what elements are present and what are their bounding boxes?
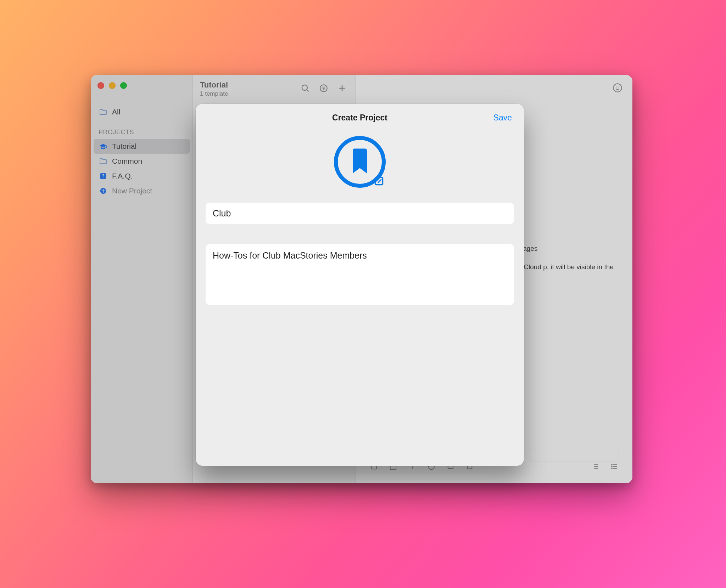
sidebar-item-label: All: [112, 108, 120, 116]
sidebar-item-faq[interactable]: ? F.A.Q.: [91, 169, 192, 183]
column-title: Tutorial: [200, 80, 293, 90]
svg-point-19: [611, 468, 612, 469]
sidebar-item-label: F.A.Q.: [112, 172, 133, 180]
project-description-input[interactable]: [206, 244, 514, 305]
sidebar-item-new-project[interactable]: New Project: [91, 183, 192, 198]
sidebar-item-label: Common: [112, 157, 142, 165]
sidebar-item-all[interactable]: All: [91, 104, 192, 119]
column-subtitle: 1 template: [200, 90, 293, 97]
graduation-cap-icon: [99, 143, 108, 149]
smiley-icon[interactable]: [613, 83, 622, 94]
folder-icon: [99, 158, 108, 164]
svg-point-6: [616, 87, 616, 87]
minimize-window-button[interactable]: [109, 82, 116, 89]
bookmark-circle-icon: [334, 136, 386, 188]
project-name-input[interactable]: [206, 203, 514, 224]
svg-point-18: [611, 466, 612, 467]
plus-circle-icon: [99, 187, 108, 194]
search-icon[interactable]: [299, 84, 312, 94]
fullscreen-window-button[interactable]: [120, 82, 127, 89]
sidebar-item-tutorial[interactable]: Tutorial: [94, 139, 190, 154]
list-bullet-icon[interactable]: [610, 463, 618, 472]
svg-point-17: [611, 464, 612, 465]
list-number-icon[interactable]: [591, 463, 599, 472]
svg-text:?: ?: [102, 174, 105, 179]
question-square-icon: ?: [99, 173, 108, 180]
save-button[interactable]: Save: [493, 113, 512, 123]
sidebar: All PROJECTS Tutorial Common ? F.A.Q.: [91, 75, 193, 483]
sidebar-item-common[interactable]: Common: [91, 154, 192, 169]
sidebar-item-label: Tutorial: [112, 142, 136, 151]
svg-point-7: [618, 87, 619, 87]
create-project-sheet: Create Project Save: [196, 104, 524, 466]
sidebar-item-label: New Project: [112, 187, 152, 195]
close-window-button[interactable]: [97, 82, 104, 89]
template-list-header: Tutorial 1 template: [193, 75, 356, 103]
sidebar-section-projects: PROJECTS: [91, 119, 192, 139]
add-icon[interactable]: [336, 84, 348, 94]
project-icon-picker[interactable]: [206, 136, 514, 188]
sheet-title: Create Project: [332, 113, 387, 122]
filter-icon[interactable]: [317, 84, 330, 94]
svg-point-5: [613, 84, 621, 92]
folder-icon: [99, 109, 108, 115]
edit-icon[interactable]: [374, 176, 384, 186]
window-controls: [91, 82, 192, 89]
